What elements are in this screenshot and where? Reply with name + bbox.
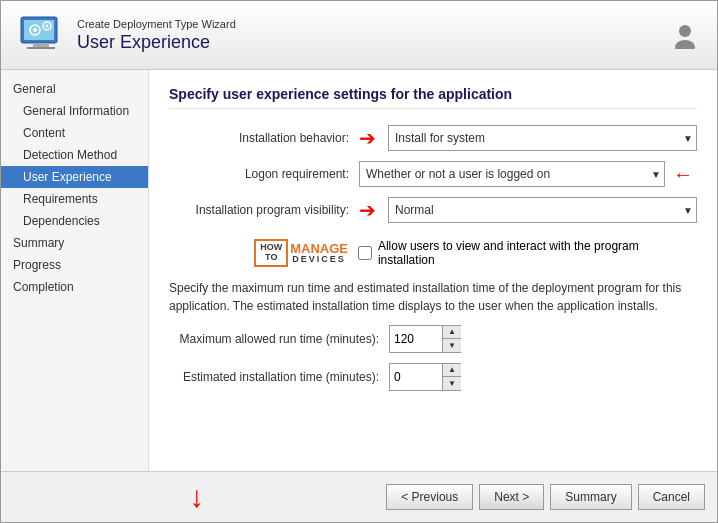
installation-behavior-select-wrapper: Install for system Install for user Inst… [388,125,697,151]
sidebar-item-requirements[interactable]: Requirements [1,188,148,210]
visibility-label: Installation program visibility: [169,203,359,217]
cancel-button[interactable]: Cancel [638,484,705,510]
previous-button[interactable]: < Previous [386,484,473,510]
estimated-time-buttons: ▲ ▼ [442,364,461,390]
arrow-left-1: ← [673,163,693,186]
header-text: Create Deployment Type Wizard User Exper… [77,18,657,53]
svg-rect-2 [33,43,49,47]
visibility-row: Installation program visibility: ➔ Norma… [169,197,697,223]
wizard-header: Create Deployment Type Wizard User Exper… [1,1,717,70]
sidebar: General General Information Content Dete… [1,70,149,471]
max-run-time-label: Maximum allowed run time (minutes): [169,332,389,346]
summary-button[interactable]: Summary [550,484,631,510]
max-run-time-down[interactable]: ▼ [443,339,461,352]
estimated-time-row: Estimated installation time (minutes): ▲… [169,363,697,391]
wizard-subtitle: User Experience [77,32,657,53]
installation-behavior-label: Installation behavior: [169,131,359,145]
max-run-time-input[interactable] [390,326,442,352]
allow-users-row: Allow users to view and interact with th… [358,239,697,267]
main-content: Specify user experience settings for the… [149,70,717,471]
logon-requirement-select[interactable]: Whether or not a user is logged on Only … [359,161,665,187]
wizard-body: General General Information Content Dete… [1,70,717,471]
visibility-select[interactable]: Normal Hidden Minimized Maximized [388,197,697,223]
installation-behavior-select[interactable]: Install for system Install for user Inst… [388,125,697,151]
max-run-time-row: Maximum allowed run time (minutes): ▲ ▼ [169,325,697,353]
person-icon [671,21,699,49]
svg-point-7 [46,25,49,28]
visibility-select-wrapper: Normal Hidden Minimized Maximized ▼ [388,197,697,223]
logon-requirement-control: Whether or not a user is logged on Only … [359,161,697,187]
sidebar-item-detection-method[interactable]: Detection Method [1,144,148,166]
installation-behavior-row: Installation behavior: ➔ Install for sys… [169,125,697,151]
allow-users-checkbox[interactable] [358,246,372,260]
wizard-icon [17,11,65,59]
estimated-time-spinner: ▲ ▼ [389,363,461,391]
max-run-time-up[interactable]: ▲ [443,326,461,339]
svg-point-8 [679,25,691,37]
description-text: Specify the maximum run time and estimat… [169,279,697,315]
sidebar-item-dependencies[interactable]: Dependencies [1,210,148,232]
sidebar-item-summary[interactable]: Summary [1,232,148,254]
watermark-checkbox-row: HOW TO MANAGE DEVICES Allow users to vie… [169,233,697,273]
installation-behavior-control: ➔ Install for system Install for user In… [359,125,697,151]
watermark-area: HOW TO MANAGE DEVICES [169,233,358,273]
estimated-time-down[interactable]: ▼ [443,377,461,390]
logon-requirement-label: Logon requirement: [169,167,359,181]
estimated-time-label: Estimated installation time (minutes): [169,370,389,384]
logon-requirement-row: Logon requirement: Whether or not a user… [169,161,697,187]
next-button[interactable]: Next > [479,484,544,510]
sidebar-item-content[interactable]: Content [1,122,148,144]
estimated-time-up[interactable]: ▲ [443,364,461,377]
arrow-right-2: ➔ [359,198,376,222]
allow-users-label: Allow users to view and interact with th… [378,239,697,267]
down-arrow-icon: ↓ [189,480,204,514]
sidebar-item-progress[interactable]: Progress [1,254,148,276]
section-title: Specify user experience settings for the… [169,86,697,109]
logon-requirement-select-wrapper: Whether or not a user is logged on Only … [359,161,665,187]
visibility-control: ➔ Normal Hidden Minimized Maximized ▼ [359,197,697,223]
svg-point-9 [675,40,695,49]
max-run-time-spinner: ▲ ▼ [389,325,461,353]
sidebar-item-user-experience[interactable]: User Experience [1,166,148,188]
footer-down-arrow-area: ↓ [13,480,380,514]
user-icon [669,19,701,51]
sidebar-item-completion[interactable]: Completion [1,276,148,298]
wizard-footer: ↓ < Previous Next > Summary Cancel [1,471,717,522]
svg-point-5 [33,28,37,32]
svg-rect-3 [27,47,55,49]
sidebar-item-general-information[interactable]: General Information [1,100,148,122]
arrow-right-1: ➔ [359,126,376,150]
wizard-container: Create Deployment Type Wizard User Exper… [0,0,718,523]
max-run-time-buttons: ▲ ▼ [442,326,461,352]
watermark: HOW TO MANAGE DEVICES [254,239,348,267]
estimated-time-input[interactable] [390,364,442,390]
sidebar-item-general[interactable]: General [1,78,148,100]
wizard-title: Create Deployment Type Wizard [77,18,657,30]
